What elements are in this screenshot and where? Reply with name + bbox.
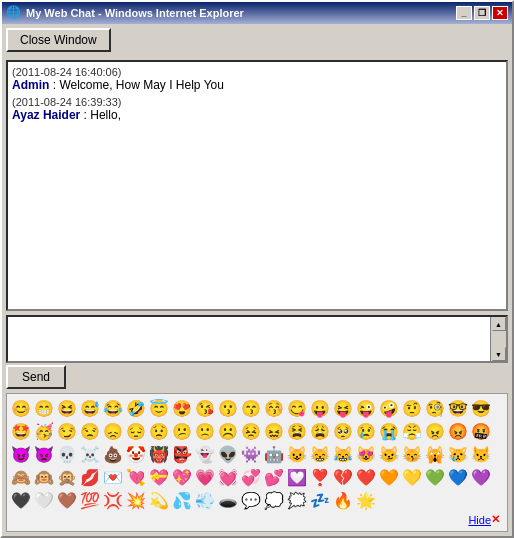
close-button[interactable]: ✕ — [492, 6, 508, 20]
emoji-item-86[interactable]: 🤎 — [56, 489, 78, 511]
emoji-item-25[interactable]: 😞 — [102, 420, 124, 442]
emoji-item-65[interactable]: 🙊 — [56, 466, 78, 488]
emoji-item-79[interactable]: 🧡 — [378, 466, 400, 488]
emoji-item-50[interactable]: 👻 — [194, 443, 216, 465]
chat-input[interactable] — [8, 317, 490, 361]
emoji-item-43[interactable]: 👿 — [33, 443, 55, 465]
emoji-item-97[interactable]: 💤 — [309, 489, 331, 511]
emoji-item-36[interactable]: 😢 — [355, 420, 377, 442]
emoji-item-48[interactable]: 👹 — [148, 443, 170, 465]
emoji-item-22[interactable]: 🥳 — [33, 420, 55, 442]
emoji-item-99[interactable]: 🌟 — [355, 489, 377, 511]
emoji-item-60[interactable]: 🙀 — [424, 443, 446, 465]
hide-link[interactable]: Hide — [468, 514, 491, 526]
restore-button[interactable]: ❐ — [474, 6, 490, 20]
emoji-item-47[interactable]: 🤡 — [125, 443, 147, 465]
emoji-item-71[interactable]: 💗 — [194, 466, 216, 488]
emoji-item-41[interactable]: 🤬 — [470, 420, 492, 442]
emoji-item-75[interactable]: 💟 — [286, 466, 308, 488]
emoji-item-20[interactable]: 😎 — [470, 397, 492, 419]
emoji-item-72[interactable]: 💓 — [217, 466, 239, 488]
emoji-item-88[interactable]: 💢 — [102, 489, 124, 511]
emoji-item-64[interactable]: 🙉 — [33, 466, 55, 488]
emoji-item-40[interactable]: 😡 — [447, 420, 469, 442]
emoji-item-68[interactable]: 💘 — [125, 466, 147, 488]
emoji-item-11[interactable]: 😚 — [263, 397, 285, 419]
close-window-button[interactable]: Close Window — [6, 28, 111, 52]
emoji-item-35[interactable]: 🥺 — [332, 420, 354, 442]
emoji-item-73[interactable]: 💞 — [240, 466, 262, 488]
emoji-item-8[interactable]: 😘 — [194, 397, 216, 419]
emoji-item-33[interactable]: 😫 — [286, 420, 308, 442]
emoji-item-62[interactable]: 😾 — [470, 443, 492, 465]
emoji-item-21[interactable]: 🤩 — [10, 420, 32, 442]
emoji-item-18[interactable]: 🧐 — [424, 397, 446, 419]
emoji-item-92[interactable]: 💨 — [194, 489, 216, 511]
emoji-item-16[interactable]: 🤪 — [378, 397, 400, 419]
emoji-item-78[interactable]: ❤️ — [355, 466, 377, 488]
emoji-item-12[interactable]: 😋 — [286, 397, 308, 419]
emoji-item-39[interactable]: 😠 — [424, 420, 446, 442]
emoji-item-37[interactable]: 😭 — [378, 420, 400, 442]
emoji-item-55[interactable]: 😸 — [309, 443, 331, 465]
emoji-item-29[interactable]: 🙁 — [194, 420, 216, 442]
emoji-item-51[interactable]: 👽 — [217, 443, 239, 465]
emoji-item-90[interactable]: 💫 — [148, 489, 170, 511]
emoji-item-30[interactable]: ☹️ — [217, 420, 239, 442]
emoji-item-96[interactable]: 🗯️ — [286, 489, 308, 511]
emoji-item-84[interactable]: 🖤 — [10, 489, 32, 511]
emoji-item-45[interactable]: ☠️ — [79, 443, 101, 465]
emoji-item-5[interactable]: 🤣 — [125, 397, 147, 419]
emoji-item-98[interactable]: 🔥 — [332, 489, 354, 511]
emoji-item-61[interactable]: 😿 — [447, 443, 469, 465]
hide-x-icon[interactable]: ✕ — [491, 513, 500, 526]
emoji-item-38[interactable]: 😤 — [401, 420, 423, 442]
emoji-item-24[interactable]: 😒 — [79, 420, 101, 442]
emoji-item-14[interactable]: 😝 — [332, 397, 354, 419]
emoji-item-59[interactable]: 😽 — [401, 443, 423, 465]
emoji-item-52[interactable]: 👾 — [240, 443, 262, 465]
emoji-item-46[interactable]: 💩 — [102, 443, 124, 465]
emoji-item-67[interactable]: 💌 — [102, 466, 124, 488]
emoji-item-87[interactable]: 💯 — [79, 489, 101, 511]
emoji-item-70[interactable]: 💖 — [171, 466, 193, 488]
emoji-item-26[interactable]: 😔 — [125, 420, 147, 442]
emoji-item-57[interactable]: 😻 — [355, 443, 377, 465]
emoji-item-49[interactable]: 👺 — [171, 443, 193, 465]
emoji-item-80[interactable]: 💛 — [401, 466, 423, 488]
emoji-item-1[interactable]: 😁 — [33, 397, 55, 419]
emoji-item-77[interactable]: 💔 — [332, 466, 354, 488]
emoji-item-53[interactable]: 🤖 — [263, 443, 285, 465]
emoji-item-28[interactable]: 😕 — [171, 420, 193, 442]
minimize-button[interactable]: _ — [456, 6, 472, 20]
emoji-item-13[interactable]: 😛 — [309, 397, 331, 419]
emoji-item-54[interactable]: 😺 — [286, 443, 308, 465]
emoji-item-93[interactable]: 🕳️ — [217, 489, 239, 511]
emoji-item-4[interactable]: 😂 — [102, 397, 124, 419]
emoji-item-74[interactable]: 💕 — [263, 466, 285, 488]
emoji-item-44[interactable]: 💀 — [56, 443, 78, 465]
emoji-item-94[interactable]: 💬 — [240, 489, 262, 511]
emoji-item-31[interactable]: 😣 — [240, 420, 262, 442]
emoji-item-17[interactable]: 🤨 — [401, 397, 423, 419]
emoji-item-32[interactable]: 😖 — [263, 420, 285, 442]
emoji-item-27[interactable]: 😟 — [148, 420, 170, 442]
emoji-item-0[interactable]: 😊 — [10, 397, 32, 419]
emoji-item-7[interactable]: 😍 — [171, 397, 193, 419]
emoji-item-63[interactable]: 🙈 — [10, 466, 32, 488]
emoji-item-15[interactable]: 😜 — [355, 397, 377, 419]
emoji-item-19[interactable]: 🤓 — [447, 397, 469, 419]
emoji-item-6[interactable]: 😇 — [148, 397, 170, 419]
emoji-item-85[interactable]: 🤍 — [33, 489, 55, 511]
scroll-down-arrow[interactable]: ▼ — [492, 347, 506, 361]
emoji-item-91[interactable]: 💦 — [171, 489, 193, 511]
emoji-item-2[interactable]: 😆 — [56, 397, 78, 419]
emoji-item-66[interactable]: 💋 — [79, 466, 101, 488]
emoji-item-42[interactable]: 😈 — [10, 443, 32, 465]
emoji-item-95[interactable]: 💭 — [263, 489, 285, 511]
emoji-item-23[interactable]: 😏 — [56, 420, 78, 442]
emoji-item-81[interactable]: 💚 — [424, 466, 446, 488]
emoji-item-34[interactable]: 😩 — [309, 420, 331, 442]
emoji-item-89[interactable]: 💥 — [125, 489, 147, 511]
send-button[interactable]: Send — [6, 365, 66, 389]
